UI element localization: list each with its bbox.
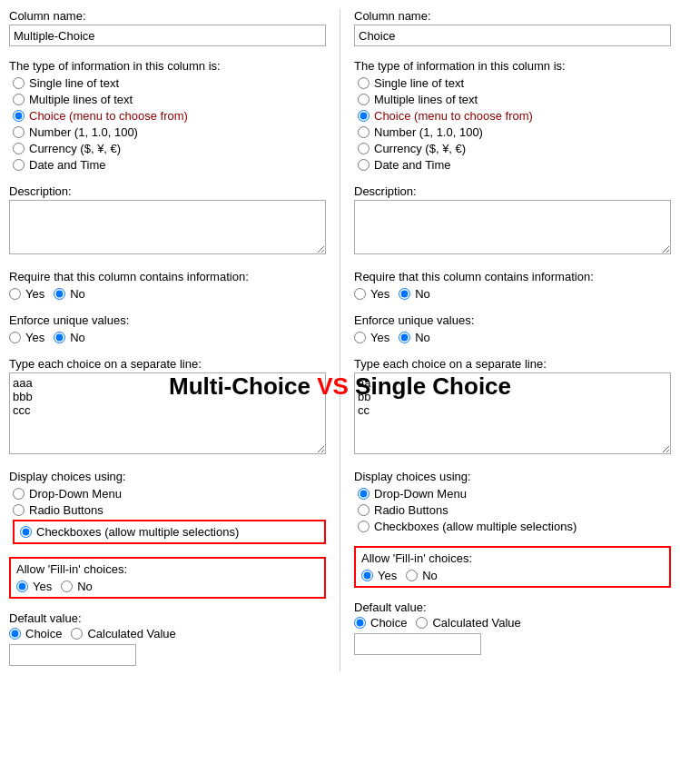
right-enforce-yes[interactable]: Yes <box>354 331 389 344</box>
right-fillin-no[interactable]: No <box>406 569 438 582</box>
left-type-multi-line[interactable]: Multiple lines of text <box>13 93 326 106</box>
right-type-multi-line[interactable]: Multiple lines of text <box>358 93 671 106</box>
left-enforce-radios: Yes No <box>9 331 326 344</box>
left-default-section: Default value: Choice Calculated Value <box>9 611 326 666</box>
banner-text-left: Multi-Choice <box>169 372 317 400</box>
left-require-no[interactable]: No <box>54 287 85 301</box>
column-divider <box>340 9 340 671</box>
right-default-choice[interactable]: Choice <box>354 616 407 630</box>
left-display-section: Display choices using: Drop-Down Menu Ra… <box>9 470 326 544</box>
left-require-radios: Yes No <box>9 287 326 301</box>
right-enforce-label: Enforce unique values: <box>354 313 671 327</box>
left-type-date[interactable]: Date and Time <box>13 158 326 172</box>
right-fillin-section: Allow 'Fill-in' choices: Yes No <box>354 546 671 588</box>
right-display-section: Display choices using: Drop-Down Menu Ra… <box>354 470 671 533</box>
right-default-input[interactable] <box>354 633 481 655</box>
left-column: Column name: The type of information in … <box>9 9 326 671</box>
right-description-section: Description: <box>354 184 671 257</box>
left-enforce-section: Enforce unique values: Yes No <box>9 313 326 344</box>
left-column-name-section: Column name: <box>9 9 326 46</box>
right-fillin-label: Allow 'Fill-in' choices: <box>361 551 664 565</box>
left-fillin-section: Allow 'Fill-in' choices: Yes No <box>9 557 326 599</box>
right-column-name-label: Column name: <box>354 9 671 23</box>
right-type-single-line[interactable]: Single line of text <box>358 76 671 90</box>
left-enforce-label: Enforce unique values: <box>9 313 326 327</box>
right-type-label: The type of information in this column i… <box>354 59 671 73</box>
left-type-number[interactable]: Number (1, 1.0, 100) <box>13 125 326 139</box>
right-fillin-radios: Yes No <box>361 569 664 582</box>
left-fillin-no[interactable]: No <box>61 580 93 593</box>
left-default-calculated[interactable]: Calculated Value <box>71 627 175 640</box>
right-description-textarea[interactable] <box>354 200 671 254</box>
right-enforce-no[interactable]: No <box>399 331 430 344</box>
banner-text-right: Single Choice <box>349 372 511 400</box>
right-type-choice[interactable]: Choice (menu to choose from) <box>358 109 671 123</box>
left-enforce-yes[interactable]: Yes <box>9 331 44 344</box>
right-require-yes[interactable]: Yes <box>354 287 389 301</box>
left-display-checkbox-highlighted: Checkboxes (allow multiple selections) <box>13 520 326 544</box>
left-default-radios: Choice Calculated Value <box>9 627 326 640</box>
left-default-choice[interactable]: Choice <box>9 627 62 640</box>
left-choices-label: Type each choice on a separate line: <box>9 357 326 371</box>
left-type-single-line[interactable]: Single line of text <box>13 76 326 90</box>
left-require-yes[interactable]: Yes <box>9 287 44 301</box>
left-type-label: The type of information in this column i… <box>9 59 326 73</box>
right-column-name-input[interactable] <box>354 25 671 46</box>
left-fillin-radios: Yes No <box>16 580 319 593</box>
left-enforce-no[interactable]: No <box>54 331 85 344</box>
left-fillin-yes[interactable]: Yes <box>16 580 52 593</box>
left-type-choice[interactable]: Choice (menu to choose from) <box>13 109 326 123</box>
left-display-checkboxes[interactable]: Checkboxes (allow multiple selections) <box>20 525 239 539</box>
left-column-name-label: Column name: <box>9 9 326 23</box>
left-display-radio-group: Drop-Down Menu Radio Buttons Checkboxes … <box>13 487 326 544</box>
right-require-radios: Yes No <box>354 287 671 301</box>
right-column: Column name: The type of information in … <box>354 9 671 671</box>
right-fillin-yes[interactable]: Yes <box>361 569 397 582</box>
left-default-input[interactable] <box>9 644 136 666</box>
right-type-date[interactable]: Date and Time <box>358 158 671 172</box>
left-display-label: Display choices using: <box>9 470 326 483</box>
left-require-label: Require that this column contains inform… <box>9 270 326 283</box>
left-type-radio-group: Single line of text Multiple lines of te… <box>13 76 326 172</box>
right-enforce-radios: Yes No <box>354 331 671 344</box>
banner-vs: VS <box>317 372 349 400</box>
left-display-dropdown[interactable]: Drop-Down Menu <box>13 487 326 501</box>
right-column-name-section: Column name: <box>354 9 671 46</box>
left-require-section: Require that this column contains inform… <box>9 270 326 301</box>
left-type-currency[interactable]: Currency ($, ¥, €) <box>13 142 326 155</box>
right-enforce-section: Enforce unique values: Yes No <box>354 313 671 344</box>
right-default-label: Default value: <box>354 600 671 614</box>
left-fillin-label: Allow 'Fill-in' choices: <box>16 562 319 576</box>
left-description-label: Description: <box>9 184 326 198</box>
left-description-textarea[interactable] <box>9 200 326 254</box>
right-choices-label: Type each choice on a separate line: <box>354 357 671 371</box>
left-column-name-input[interactable] <box>9 25 326 46</box>
right-require-no[interactable]: No <box>399 287 430 301</box>
right-type-currency[interactable]: Currency ($, ¥, €) <box>358 142 671 155</box>
right-default-radios: Choice Calculated Value <box>354 616 671 630</box>
left-default-label: Default value: <box>9 611 326 625</box>
right-require-section: Require that this column contains inform… <box>354 270 671 301</box>
right-require-label: Require that this column contains inform… <box>354 270 671 283</box>
right-display-dropdown[interactable]: Drop-Down Menu <box>358 487 671 501</box>
left-type-section: The type of information in this column i… <box>9 59 326 172</box>
right-type-number[interactable]: Number (1, 1.0, 100) <box>358 125 671 139</box>
comparison-banner: Multi-Choice VS Single Choice <box>169 372 511 401</box>
left-description-section: Description: <box>9 184 326 257</box>
right-display-radio-group: Drop-Down Menu Radio Buttons Checkboxes … <box>358 487 671 533</box>
right-default-calculated[interactable]: Calculated Value <box>416 616 520 630</box>
right-display-checkboxes[interactable]: Checkboxes (allow multiple selections) <box>358 520 671 533</box>
right-display-label: Display choices using: <box>354 470 671 483</box>
right-default-section: Default value: Choice Calculated Value <box>354 600 671 655</box>
right-description-label: Description: <box>354 184 671 198</box>
right-type-section: The type of information in this column i… <box>354 59 671 172</box>
right-display-radio[interactable]: Radio Buttons <box>358 503 671 517</box>
right-type-radio-group: Single line of text Multiple lines of te… <box>358 76 671 172</box>
left-display-radio[interactable]: Radio Buttons <box>13 503 326 517</box>
